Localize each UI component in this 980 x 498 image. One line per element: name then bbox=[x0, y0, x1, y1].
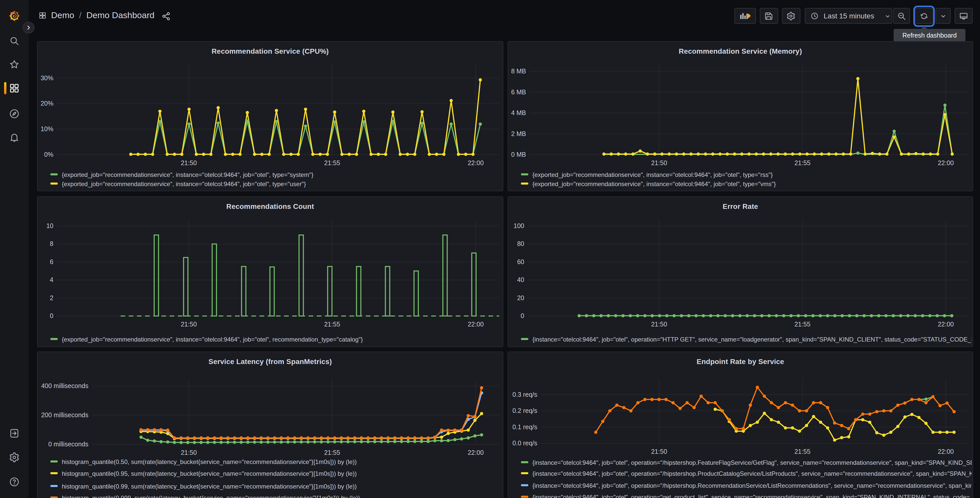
svg-text:0: 0 bbox=[521, 312, 524, 319]
svg-text:6 MB: 6 MB bbox=[511, 88, 526, 96]
svg-text:21:50: 21:50 bbox=[181, 159, 197, 166]
svg-text:40: 40 bbox=[517, 276, 524, 283]
svg-text:0.0 req/s: 0.0 req/s bbox=[512, 439, 537, 447]
svg-text:4 MB: 4 MB bbox=[511, 109, 526, 117]
svg-text:21:55: 21:55 bbox=[794, 159, 811, 166]
svg-text:21:55: 21:55 bbox=[324, 321, 340, 328]
svg-text:21:55: 21:55 bbox=[794, 321, 811, 328]
svg-text:21:50: 21:50 bbox=[181, 321, 197, 328]
svg-text:21:55: 21:55 bbox=[324, 159, 340, 166]
svg-text:8: 8 bbox=[50, 240, 53, 247]
svg-text:30%: 30% bbox=[41, 74, 53, 81]
svg-text:80: 80 bbox=[517, 240, 524, 247]
svg-text:2 MB: 2 MB bbox=[511, 130, 526, 137]
svg-text:21:50: 21:50 bbox=[181, 449, 197, 456]
svg-text:60: 60 bbox=[517, 258, 524, 265]
svg-text:0.2 req/s: 0.2 req/s bbox=[512, 407, 537, 414]
svg-text:22:00: 22:00 bbox=[938, 159, 954, 166]
svg-text:20: 20 bbox=[517, 294, 524, 302]
svg-text:400 milliseconds: 400 milliseconds bbox=[41, 382, 88, 389]
svg-text:0: 0 bbox=[50, 312, 53, 319]
svg-text:21:55: 21:55 bbox=[794, 448, 811, 455]
svg-text:200 milliseconds: 200 milliseconds bbox=[41, 411, 88, 418]
svg-text:22:00: 22:00 bbox=[468, 159, 484, 166]
svg-text:0%: 0% bbox=[44, 151, 53, 158]
svg-text:22:00: 22:00 bbox=[468, 449, 484, 456]
svg-text:22:00: 22:00 bbox=[938, 321, 954, 328]
svg-text:4: 4 bbox=[50, 276, 53, 283]
svg-text:22:00: 22:00 bbox=[938, 448, 954, 455]
svg-text:0.3 req/s: 0.3 req/s bbox=[512, 391, 537, 398]
svg-text:21:55: 21:55 bbox=[324, 449, 340, 456]
svg-text:21:50: 21:50 bbox=[651, 321, 667, 328]
svg-text:10: 10 bbox=[46, 222, 53, 229]
svg-text:6: 6 bbox=[50, 258, 53, 265]
svg-text:0.1 req/s: 0.1 req/s bbox=[512, 423, 537, 431]
svg-text:22:00: 22:00 bbox=[468, 321, 484, 328]
svg-text:10%: 10% bbox=[41, 125, 53, 132]
svg-text:0 MB: 0 MB bbox=[511, 151, 526, 158]
svg-text:100: 100 bbox=[514, 222, 524, 229]
svg-text:21:50: 21:50 bbox=[651, 448, 667, 455]
svg-text:0 milliseconds: 0 milliseconds bbox=[48, 441, 88, 448]
svg-text:21:50: 21:50 bbox=[651, 159, 667, 166]
svg-text:8 MB: 8 MB bbox=[511, 67, 526, 75]
svg-text:2: 2 bbox=[50, 294, 53, 302]
svg-text:20%: 20% bbox=[41, 100, 53, 107]
